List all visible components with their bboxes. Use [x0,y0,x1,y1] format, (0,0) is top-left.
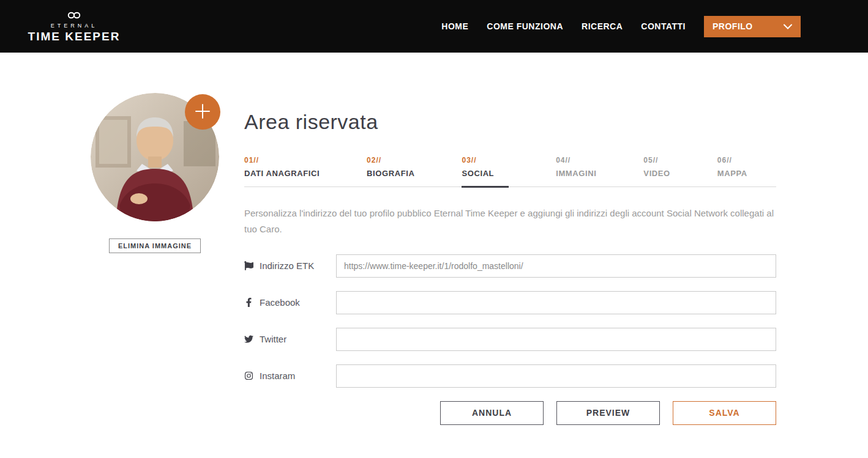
profile-tabs: 01// DATI ANAGRAFICI 02// BIOGRAFIA 03//… [244,156,776,187]
etk-address-label: Indirizzo ETK [244,260,336,271]
chevron-down-icon [784,24,792,29]
salva-button[interactable]: SALVA [673,401,776,425]
tab-dati-anagrafici[interactable]: 01// DATI ANAGRAFICI [244,156,320,187]
delete-image-button[interactable]: ELIMINA IMMAGINE [109,238,201,253]
tab-mappa[interactable]: 06// MAPPA [717,156,747,187]
form-actions: ANNULA PREVIEW SALVA [244,401,776,425]
nav-item-ricerca[interactable]: RICERCA [582,21,623,31]
tab-label: IMMAGINI [556,169,596,178]
logo-text-timekeeper: TIME KEEPER [28,30,121,43]
form-row-etk: Indirizzo ETK [244,254,776,278]
add-image-button[interactable] [185,94,220,130]
field-label-text: Twitter [260,334,286,344]
logo-text-eternal: ETERNAL [51,23,98,29]
twitter-icon [244,334,253,344]
top-navigation-bar: ETERNAL TIME KEEPER HOME COME FUNZIONA R… [0,0,868,53]
nav-item-home[interactable]: HOME [441,21,468,31]
profile-photo-panel: ELIMINA IMMAGINE [91,93,219,425]
field-label-text: Indirizzo ETK [260,260,314,271]
site-logo[interactable]: ETERNAL TIME KEEPER [34,9,114,43]
tab-label: BIOGRAFIA [367,169,414,178]
tab-number: 01// [244,156,320,164]
tab-number: 02// [367,156,414,164]
etk-address-input[interactable] [336,254,776,278]
field-label-text: Facebook [260,297,300,308]
annula-button[interactable]: ANNULA [440,401,544,425]
tab-number: 04// [556,156,596,164]
social-form: Indirizzo ETK Facebook Twi [244,254,776,388]
instagram-input[interactable] [336,364,776,388]
tab-number: 05// [643,156,670,164]
tab-label: DATI ANAGRAFICI [244,169,320,178]
tab-label: VIDEO [643,169,670,178]
preview-button[interactable]: PREVIEW [556,401,660,425]
facebook-input[interactable] [336,291,776,314]
facebook-label: Facebook [244,297,336,308]
nav-item-come-funziona[interactable]: COME FUNZIONA [487,21,563,31]
reserved-area-panel: Area riservata 01// DATI ANAGRAFICI 02//… [244,93,776,425]
tab-biografia[interactable]: 02// BIOGRAFIA [367,156,414,187]
profile-button-label: PROFILO [713,21,753,31]
form-row-facebook: Facebook [244,291,776,314]
instagram-label: Instaram [244,371,336,381]
profile-dropdown-button[interactable]: PROFILO [704,16,801,37]
tab-number: 03// [462,156,494,164]
field-label-text: Instaram [260,371,295,381]
instagram-icon [244,371,253,380]
tab-number: 06// [717,156,747,164]
tab-label: MAPPA [717,169,747,178]
flag-icon [244,261,253,270]
plus-icon [194,103,211,122]
tab-social[interactable]: 03// SOCIAL [462,156,509,188]
main-nav: HOME COME FUNZIONA RICERCA CONTATTI [441,21,686,31]
tab-label: SOCIAL [462,169,494,178]
form-row-twitter: Twitter [244,328,776,351]
page-content: ELIMINA IMMAGINE Area riservata 01// DAT… [0,53,868,425]
twitter-label: Twitter [244,334,336,344]
page-title: Area riservata [244,110,776,134]
tab-video[interactable]: 05// VIDEO [643,156,670,187]
form-row-instagram: Instaram [244,364,776,388]
infinity-logo-icon [60,9,88,21]
tab-immagini[interactable]: 04// IMMAGINI [556,156,596,187]
facebook-icon [244,298,253,307]
section-description: Personalizza l'indirizzo del tuo profilo… [244,205,776,238]
nav-item-contatti[interactable]: CONTATTI [641,21,686,31]
twitter-input[interactable] [336,328,776,351]
